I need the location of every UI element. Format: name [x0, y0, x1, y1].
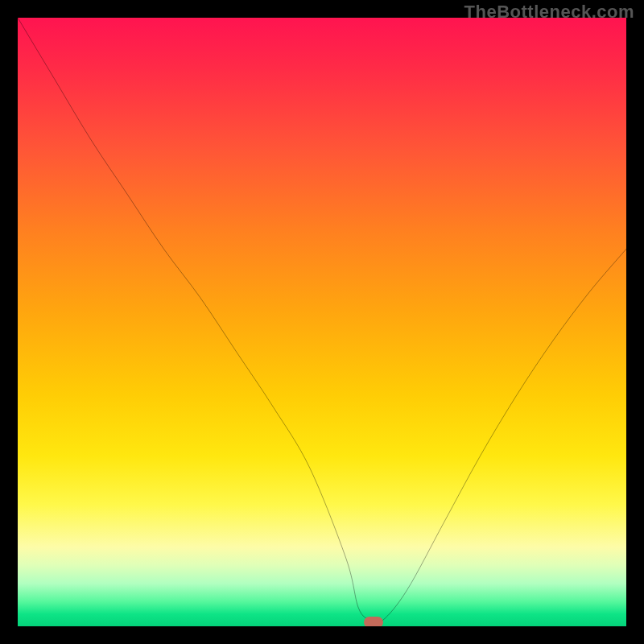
minimum-marker	[364, 617, 383, 626]
watermark-text: TheBottleneck.com	[464, 2, 634, 23]
curve-svg	[18, 18, 626, 626]
plot-area	[18, 18, 626, 626]
curve-path	[18, 18, 626, 623]
chart-frame: TheBottleneck.com	[0, 0, 644, 644]
